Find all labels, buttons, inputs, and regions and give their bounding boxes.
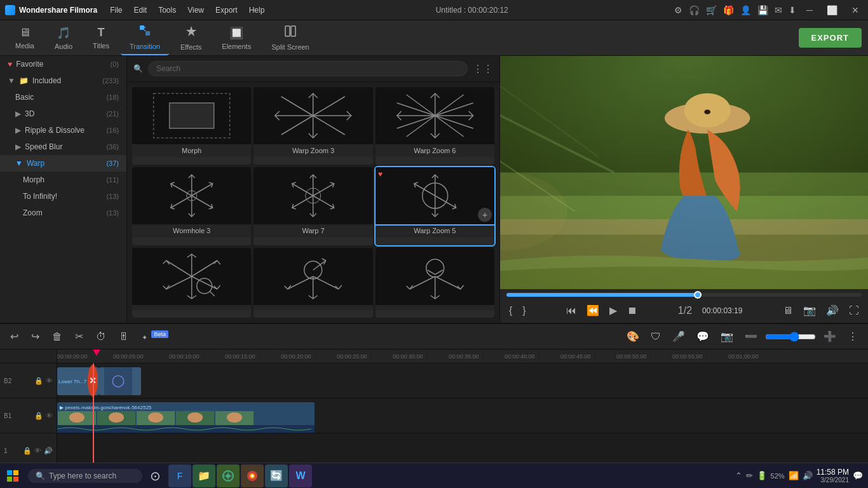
menu-view[interactable]: View bbox=[182, 3, 209, 17]
play-button[interactable]: ▶ bbox=[607, 302, 620, 319]
transition-warp-zoom-3[interactable]: Warp Zoom 3 bbox=[254, 87, 372, 165]
gift-icon[interactable]: 🎁 bbox=[723, 5, 734, 15]
track-b2-eye-icon[interactable]: 👁 bbox=[46, 377, 53, 385]
trim-button[interactable]: ⏱ bbox=[92, 329, 110, 344]
tool-transition[interactable]: Transition bbox=[121, 20, 169, 55]
tool-elements[interactable]: 🔲 Elements bbox=[213, 22, 260, 54]
download-icon[interactable]: ⬇ bbox=[789, 5, 796, 15]
in-point-button[interactable]: { bbox=[506, 302, 515, 319]
subtitle-button[interactable]: 💬 bbox=[693, 329, 713, 344]
progress-bar[interactable] bbox=[506, 293, 862, 297]
panel-warp[interactable]: ▼ Warp (37) bbox=[0, 155, 126, 172]
tool-effects[interactable]: Effects bbox=[172, 21, 210, 55]
clip-transition-b2-2[interactable] bbox=[99, 367, 141, 395]
panel-morph[interactable]: Morph (11) bbox=[0, 172, 126, 188]
menu-help[interactable]: Help bbox=[244, 3, 270, 17]
video-clip-label: ▶ pexels-maksim-goncharenok-5642525 bbox=[58, 403, 153, 412]
export-button[interactable]: EXPORT bbox=[799, 28, 862, 48]
taskbar-wifi-icon[interactable]: 📶 bbox=[789, 471, 799, 480]
progress-handle[interactable] bbox=[694, 291, 702, 299]
ruler-mark-5: 00:00:05:00 bbox=[113, 353, 144, 360]
taskbar-pen-icon[interactable]: ✏ bbox=[746, 471, 753, 480]
panel-included[interactable]: ▼ 📁 Included (233) bbox=[0, 72, 126, 89]
track-1-eye-icon[interactable]: 👁 bbox=[34, 447, 41, 455]
cut-button[interactable]: ✂ bbox=[71, 329, 87, 344]
cart-icon[interactable]: 🛒 bbox=[706, 5, 717, 15]
panel-basic[interactable]: Basic (18) bbox=[0, 89, 126, 105]
zoom-slider[interactable] bbox=[765, 332, 816, 342]
tool-titles[interactable]: T Titles bbox=[84, 22, 118, 53]
transition-wormhole-3[interactable]: Wormhole 3 bbox=[132, 167, 251, 245]
transition-warp-7[interactable]: Warp 7 bbox=[254, 167, 372, 245]
mail-icon[interactable]: ✉ bbox=[775, 5, 782, 15]
taskbar-battery-icon[interactable]: 🔋 bbox=[757, 471, 767, 480]
transition-warp-zoom-alt3[interactable] bbox=[376, 248, 494, 318]
taskbar-arrow-icon[interactable]: ⌃ bbox=[735, 471, 742, 480]
redo-button[interactable]: ↪ bbox=[27, 329, 43, 344]
maximize-button[interactable]: ⬜ bbox=[823, 4, 841, 17]
transition-morph[interactable]: Morph bbox=[132, 87, 251, 165]
zoom-out-button[interactable]: ➖ bbox=[741, 329, 761, 344]
taskbar-cortana-icon[interactable]: ⊙ bbox=[145, 466, 166, 486]
panel-speed-blur[interactable]: ▶ Speed Blur (36) bbox=[0, 139, 126, 155]
taskbar-app-chrome2[interactable] bbox=[241, 464, 264, 487]
menu-file[interactable]: File bbox=[105, 3, 127, 17]
delete-button[interactable]: 🗑 bbox=[48, 329, 66, 344]
audio-button[interactable]: 🎚 bbox=[115, 329, 133, 344]
ai-cutout-button[interactable]: ✦ Beta bbox=[138, 329, 172, 344]
taskbar-volume-icon[interactable]: 🔊 bbox=[803, 471, 813, 480]
save-cloud-icon[interactable]: 💾 bbox=[757, 5, 768, 15]
menu-export[interactable]: Export bbox=[210, 3, 243, 17]
warp-label: Warp bbox=[27, 159, 44, 168]
track-1-vol-icon[interactable]: 🔊 bbox=[44, 447, 53, 455]
taskbar-app-word[interactable]: W bbox=[289, 464, 312, 487]
menu-tools[interactable]: Tools bbox=[153, 3, 181, 17]
track-b1-eye-icon[interactable]: 👁 bbox=[46, 412, 53, 420]
rewind-button[interactable]: ⏮ bbox=[564, 302, 579, 319]
taskbar-search[interactable]: 🔍 Type here to search bbox=[28, 469, 142, 483]
notifications-icon[interactable]: 💬 bbox=[853, 471, 863, 480]
color-grade-button[interactable]: 🎨 bbox=[623, 329, 643, 344]
minimize-button[interactable]: ─ bbox=[803, 4, 817, 17]
transition-warp-zoom-6[interactable]: Warp Zoom 6 bbox=[376, 87, 494, 165]
close-button[interactable]: ✕ bbox=[848, 4, 863, 17]
track-b2-lock-icon[interactable]: 🔒 bbox=[34, 377, 43, 385]
tool-audio[interactable]: 🎵 Audio bbox=[46, 22, 81, 54]
panel-zoom[interactable]: Zoom (13) bbox=[0, 205, 126, 221]
menu-edit[interactable]: Edit bbox=[128, 3, 152, 17]
settings-icon[interactable]: ⚙ bbox=[674, 5, 682, 15]
transition-warp-zoom-5[interactable]: ♥ bbox=[376, 167, 494, 245]
taskbar-app-5[interactable]: 🔄 bbox=[265, 464, 288, 487]
headphones-icon[interactable]: 🎧 bbox=[689, 5, 700, 15]
out-point-button[interactable]: } bbox=[520, 302, 528, 319]
stop-button[interactable]: ⏹ bbox=[625, 302, 640, 319]
taskbar-app-filmora[interactable]: F bbox=[168, 464, 191, 487]
screenshot-button[interactable]: 📷 bbox=[801, 302, 818, 319]
volume-button[interactable]: 🔊 bbox=[824, 302, 841, 319]
snapshot-button[interactable]: 📷 bbox=[717, 329, 737, 344]
prev-frame-button[interactable]: ⏪ bbox=[584, 302, 602, 319]
transition-warp-zoom-alt2[interactable] bbox=[254, 248, 372, 318]
taskbar-app-file[interactable]: 📁 bbox=[193, 464, 215, 487]
external-preview-button[interactable]: 🖥 bbox=[780, 302, 796, 319]
voiceover-button[interactable]: 🎤 bbox=[668, 329, 689, 344]
grid-icon[interactable]: ⋮⋮ bbox=[473, 63, 493, 75]
mask-button[interactable]: 🛡 bbox=[647, 329, 665, 344]
zoom-in-button[interactable]: ➕ bbox=[820, 329, 840, 344]
person-icon[interactable]: 👤 bbox=[740, 5, 751, 15]
search-input[interactable] bbox=[148, 61, 468, 76]
panel-favorite[interactable]: ♥ Favorite (0) bbox=[0, 56, 126, 72]
undo-button[interactable]: ↩ bbox=[6, 329, 22, 344]
panel-ripple[interactable]: ▶ Ripple & Dissolve (16) bbox=[0, 122, 126, 139]
fullscreen-button[interactable]: ⛶ bbox=[846, 302, 862, 319]
taskbar-app-chrome1[interactable] bbox=[217, 464, 240, 487]
start-button[interactable] bbox=[0, 470, 25, 482]
panel-to-infinity[interactable]: To Infinity! (13) bbox=[0, 188, 126, 205]
track-b1-lock-icon[interactable]: 🔒 bbox=[34, 412, 43, 420]
track-1-lock-icon[interactable]: 🔒 bbox=[23, 447, 32, 455]
transition-warp-zoom-alt1[interactable] bbox=[132, 248, 251, 318]
more-button[interactable]: ⋮ bbox=[844, 329, 862, 344]
panel-3d[interactable]: ▶ 3D (21) bbox=[0, 105, 126, 122]
tool-split-screen[interactable]: Split Screen bbox=[262, 21, 318, 55]
tool-media[interactable]: 🖥 Media bbox=[6, 22, 43, 53]
